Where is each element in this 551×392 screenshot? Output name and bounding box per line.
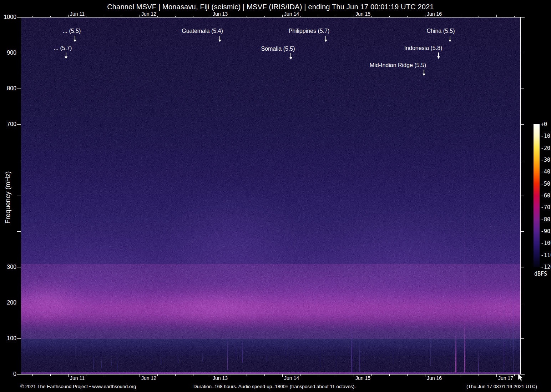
y-tick-right bbox=[521, 89, 524, 89]
y-tick-left bbox=[17, 89, 21, 89]
y-tick-left bbox=[17, 374, 21, 375]
x-tick-major-top bbox=[496, 15, 497, 17]
down-arrow-icon bbox=[75, 36, 75, 40]
bottom-spine bbox=[21, 374, 525, 375]
y-tick-left bbox=[17, 196, 21, 196]
colorbar-tick-label: -60 bbox=[541, 192, 550, 199]
y-tick-left bbox=[17, 124, 21, 125]
y-tick-left bbox=[17, 267, 21, 267]
colorbar-tick-label: -10 bbox=[541, 133, 550, 139]
colorbar-tick-label: -30 bbox=[541, 157, 550, 163]
down-arrow-icon bbox=[290, 53, 291, 57]
spectrogram-image bbox=[21, 17, 520, 374]
earthquake-label: Guatemala (5.4) bbox=[182, 28, 223, 34]
y-tick-right bbox=[521, 231, 524, 232]
footer-duration: Duration=168 hours. Audio speed-up=1800×… bbox=[193, 384, 356, 389]
chart-title: Channel MSVF | Monasavu, Fiji (seismic) … bbox=[107, 3, 434, 11]
x-tick-minor-bottom bbox=[514, 375, 515, 376]
down-arrow-icon bbox=[66, 52, 66, 56]
down-arrow-icon bbox=[424, 70, 424, 74]
earthquake-label: Mid-Indian Ridge (5.5) bbox=[370, 62, 426, 69]
y-tick-right bbox=[521, 338, 524, 339]
down-arrow-icon bbox=[219, 36, 220, 40]
y-axis-title: Frequency (mHz) bbox=[4, 171, 12, 224]
x-tick-major-bottom bbox=[282, 375, 283, 377]
x-tick-minor-bottom bbox=[104, 375, 104, 376]
x-tick-minor-top bbox=[50, 16, 51, 17]
x-tick-minor-top bbox=[122, 16, 122, 17]
y-tick-left bbox=[17, 17, 21, 17]
x-tick-major-top bbox=[211, 15, 211, 17]
x-tick-major-bottom bbox=[354, 375, 354, 377]
x-tick-label-bottom: Jun 16 bbox=[427, 375, 442, 381]
colorbar-tick-label: -50 bbox=[541, 181, 550, 187]
y-tick-label: 0 bbox=[0, 371, 16, 378]
x-tick-minor-bottom bbox=[86, 375, 86, 376]
x-tick-major-bottom bbox=[140, 375, 140, 377]
x-tick-minor-top bbox=[318, 16, 318, 17]
x-tick-minor-top bbox=[514, 16, 515, 17]
x-tick-minor-bottom bbox=[479, 375, 479, 376]
x-tick-label-bottom: Jun 12 bbox=[141, 375, 156, 381]
x-tick-label-top: Jun 14 bbox=[284, 11, 299, 17]
colorbar-tick-label: -20 bbox=[541, 145, 550, 151]
x-tick-minor-top bbox=[264, 16, 265, 17]
y-tick-left bbox=[17, 231, 21, 232]
x-tick-minor-top bbox=[104, 16, 104, 17]
x-tick-label-top: Jun 15 bbox=[355, 11, 370, 17]
x-tick-minor-top bbox=[389, 16, 390, 17]
colorbar-tick-label: -70 bbox=[541, 204, 550, 211]
x-tick-major-bottom bbox=[496, 375, 497, 377]
earthquake-label: Philippines (5.7) bbox=[289, 28, 330, 34]
spectrogram-screenshot: Channel MSVF | Monasavu, Fiji (seismic) … bbox=[0, 0, 551, 392]
x-tick-minor-bottom bbox=[407, 375, 408, 376]
y-tick-label: 100 bbox=[0, 335, 16, 342]
colorbar-tick-label: -110 bbox=[541, 252, 551, 258]
x-tick-minor-top bbox=[371, 16, 372, 17]
x-tick-minor-bottom bbox=[264, 375, 265, 376]
spectrogram-noise-speckle bbox=[21, 17, 520, 374]
x-tick-minor-top bbox=[461, 16, 461, 17]
x-tick-minor-top bbox=[247, 16, 247, 17]
x-tick-major-bottom bbox=[68, 375, 69, 377]
x-tick-major-top bbox=[140, 15, 140, 17]
down-arrow-icon bbox=[450, 36, 450, 40]
x-tick-label-bottom: Jun 14 bbox=[284, 375, 299, 381]
x-tick-minor-bottom bbox=[443, 375, 443, 376]
x-tick-minor-top bbox=[175, 16, 176, 17]
y-tick-right bbox=[521, 17, 524, 17]
y-tick-right bbox=[521, 303, 524, 303]
y-tick-left bbox=[17, 160, 21, 160]
x-tick-label-bottom: Jun 13 bbox=[213, 375, 228, 381]
x-tick-label-top: Jun 13 bbox=[213, 11, 228, 17]
x-tick-minor-top bbox=[336, 16, 336, 17]
colorbar-tick-label: +0 bbox=[541, 121, 547, 127]
colorbar-tick-label: -120 bbox=[541, 264, 551, 270]
y-tick-label: 900 bbox=[0, 49, 16, 56]
x-tick-label-top: Jun 11 bbox=[70, 11, 85, 17]
y-tick-left bbox=[17, 338, 21, 339]
x-tick-major-top bbox=[68, 15, 69, 17]
x-tick-minor-top bbox=[86, 16, 86, 17]
y-tick-right bbox=[521, 53, 524, 53]
x-tick-minor-bottom bbox=[32, 375, 33, 376]
x-tick-major-bottom bbox=[211, 375, 211, 377]
y-tick-label: 700 bbox=[0, 121, 16, 128]
earthquake-label: ... (5.5) bbox=[63, 28, 81, 34]
footer-copyright: © 2021 The Earthsound Project • www.eart… bbox=[20, 384, 136, 389]
x-tick-minor-top bbox=[193, 16, 193, 17]
x-tick-minor-bottom bbox=[247, 375, 247, 376]
colorbar-tick-label: -40 bbox=[541, 169, 550, 175]
x-tick-minor-top bbox=[479, 16, 479, 17]
x-tick-minor-bottom bbox=[461, 375, 461, 376]
colorbar-tick-label: -80 bbox=[541, 216, 550, 223]
y-tick-left bbox=[17, 303, 21, 303]
y-tick-right bbox=[521, 160, 524, 160]
y-tick-right bbox=[521, 196, 524, 196]
x-tick-minor-top bbox=[300, 16, 300, 17]
footer-render-time: (Thu Jun 17 08:01:19 2021 UTC) bbox=[466, 384, 537, 389]
x-tick-label-bottom: Jun 11 bbox=[70, 375, 85, 381]
x-tick-minor-top bbox=[407, 16, 408, 17]
x-tick-label-bottom: Jun 17 bbox=[498, 375, 513, 381]
y-tick-left bbox=[17, 53, 21, 53]
